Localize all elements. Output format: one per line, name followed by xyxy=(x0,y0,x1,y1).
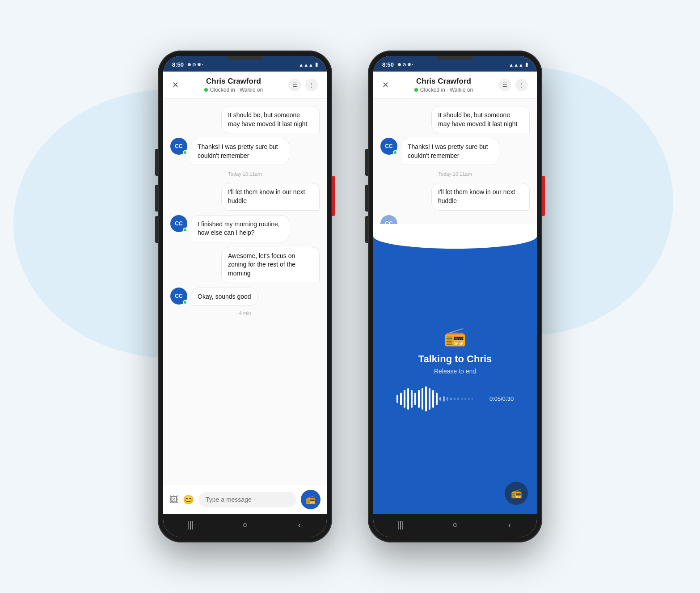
message-received-p2-1: CC Thanks! I was pretty sure but couldn'… xyxy=(380,138,530,165)
bubble-sent-1: It should be, but someone may have moved… xyxy=(221,106,320,133)
nav-recent-1[interactable]: ‹ xyxy=(291,519,308,530)
bubble-sent-3: Awesome, let's focus on zoning for the r… xyxy=(221,247,320,283)
waveform-svg xyxy=(396,385,486,412)
walkie-button-1[interactable]: 📻 xyxy=(301,490,320,509)
close-button-2[interactable]: ✕ xyxy=(382,80,389,90)
chat-header-1: ✕ Chris Crawford Clocked in · Walkie on … xyxy=(163,72,327,99)
walkie-talking-title: Talking to Chris xyxy=(418,353,492,365)
bubble-sent-2: I'll let them know in our next huddle xyxy=(221,183,320,210)
status-icons-right-2: ▲▲▲ ▮ xyxy=(509,62,528,68)
svg-rect-11 xyxy=(436,393,438,405)
svg-rect-1 xyxy=(400,393,402,405)
svg-rect-5 xyxy=(414,393,416,405)
phone-1-screen: 8:50 ⊕ ⊙ ❄ · ▲▲▲ ▮ ✕ Chris Crawford Cloc… xyxy=(163,56,327,537)
message-input-1[interactable] xyxy=(198,492,296,507)
bubble-sent-p2-1: It should be, but someone may have moved… xyxy=(431,106,530,133)
nav-recent-2[interactable]: ‹ xyxy=(501,519,519,530)
svg-rect-18 xyxy=(461,398,463,400)
status-left-2: 8:50 ⊕ ⊙ ❄ · xyxy=(382,61,413,68)
walkie-btn-icon-1: 📻 xyxy=(306,495,316,504)
header-info-2: Chris Crawford Clocked in · Walkie on xyxy=(394,77,493,93)
header-icons-1: ☰ ⋮ xyxy=(288,79,318,91)
online-dot-1 xyxy=(183,150,187,155)
message-sent-p2-2: I'll let them know in our next huddle xyxy=(380,183,530,210)
status-icons-right-1: ▲▲▲ ▮ xyxy=(299,62,318,68)
svg-rect-2 xyxy=(404,390,405,408)
chat-input-bar-1: 🖼 😊 📻 xyxy=(163,485,327,514)
status-left-1: 8:50 ⊕ ⊙ ❄ · xyxy=(172,61,203,68)
bubble-received-3: Okay, sounds good xyxy=(191,288,258,306)
walkie-fab-icon: 📻 xyxy=(511,488,522,499)
bottom-nav-2: ||| ○ ‹ xyxy=(373,514,537,537)
minute-label-1: 4 min xyxy=(170,310,320,316)
battery-icon-2: ▮ xyxy=(525,62,528,68)
message-received-3: CC Okay, sounds good xyxy=(170,288,320,306)
signal-icon-2: ▲▲▲ xyxy=(509,62,523,68)
online-dot-2 xyxy=(183,228,187,232)
nav-home-1[interactable]: ○ xyxy=(236,519,254,530)
menu-icon-1[interactable]: ☰ xyxy=(288,79,301,91)
photo-icon-1[interactable]: 🖼 xyxy=(169,495,178,505)
contact-name-1: Chris Crawford xyxy=(184,77,283,86)
emoji-icon-1[interactable]: 😊 xyxy=(183,494,194,505)
avatar-1: CC xyxy=(170,138,187,155)
header-icons-2: ☰ ⋮ xyxy=(498,79,528,91)
online-dot-3 xyxy=(183,300,187,305)
menu-icon-2[interactable]: ☰ xyxy=(498,79,511,91)
message-sent-2: I'll let them know in our next huddle xyxy=(170,183,320,210)
phone-2-screen: 8:50 ⊕ ⊙ ❄ · ▲▲▲ ▮ ✕ Chris Crawford Cloc… xyxy=(373,56,537,537)
contact-status-1: Clocked in · Walkie on xyxy=(184,87,283,93)
phone-1: 8:50 ⊕ ⊙ ❄ · ▲▲▲ ▮ ✕ Chris Crawford Cloc… xyxy=(158,51,332,542)
avatar-p2-partial: CC xyxy=(380,215,397,224)
nav-back-1[interactable]: ||| xyxy=(181,519,199,530)
battery-icon-1: ▮ xyxy=(315,62,318,68)
status-icons-left-1: ⊕ ⊙ ❄ · xyxy=(187,62,203,67)
walkie-fab-button[interactable]: 📻 xyxy=(505,482,528,505)
bubble-received-2: I finished my morning routine, how else … xyxy=(191,215,289,242)
svg-rect-20 xyxy=(468,398,470,400)
nav-back-2[interactable]: ||| xyxy=(392,519,409,530)
close-button-1[interactable]: ✕ xyxy=(172,80,179,90)
svg-rect-16 xyxy=(454,398,455,400)
svg-rect-12 xyxy=(439,397,441,401)
svg-rect-7 xyxy=(422,388,423,410)
svg-rect-3 xyxy=(407,388,409,410)
walkie-timer: 0:05/0:30 xyxy=(489,395,514,402)
svg-rect-17 xyxy=(457,398,459,400)
bubble-received-p2-1: Thanks! I was pretty sure but couldn't r… xyxy=(401,138,499,165)
more-icon-2[interactable]: ⋮ xyxy=(515,79,528,91)
svg-rect-8 xyxy=(425,386,427,411)
chat-header-2: ✕ Chris Crawford Clocked in · Walkie on … xyxy=(373,72,537,99)
phones-container: 8:50 ⊕ ⊙ ❄ · ▲▲▲ ▮ ✕ Chris Crawford Cloc… xyxy=(158,51,542,542)
walkie-release-label: Release to end xyxy=(434,368,476,375)
walkie-large-icon: 📻 xyxy=(444,326,466,347)
signal-icon-1: ▲▲▲ xyxy=(299,62,313,68)
svg-rect-0 xyxy=(396,395,398,403)
svg-rect-14 xyxy=(447,397,448,401)
status-time-1: 8:50 xyxy=(172,61,184,68)
svg-rect-4 xyxy=(411,390,413,408)
chat-body-2: It should be, but someone may have moved… xyxy=(373,99,537,224)
message-sent-p2-1: It should be, but someone may have moved… xyxy=(380,106,530,133)
walkie-overlay: 📻 Talking to Chris Release to end xyxy=(373,224,537,514)
phone-1-notch xyxy=(227,56,263,59)
message-received-2: CC I finished my morning routine, how el… xyxy=(170,215,320,242)
more-icon-1[interactable]: ⋮ xyxy=(305,79,318,91)
svg-rect-6 xyxy=(418,390,420,408)
header-info-1: Chris Crawford Clocked in · Walkie on xyxy=(184,77,283,93)
svg-rect-21 xyxy=(472,398,473,400)
avatar-2: CC xyxy=(170,215,187,232)
waveform-row: 0:05/0:30 xyxy=(396,385,514,412)
status-dot-1 xyxy=(204,88,208,92)
message-sent-1: It should be, but someone may have moved… xyxy=(170,106,320,133)
status-dot-2 xyxy=(414,88,418,92)
message-received-p2-partial: CC xyxy=(380,215,530,224)
timestamp-1: Today 10:11am xyxy=(170,171,320,177)
contact-status-2: Clocked in · Walkie on xyxy=(394,87,493,93)
phone-2: 8:50 ⊕ ⊙ ❄ · ▲▲▲ ▮ ✕ Chris Crawford Cloc… xyxy=(368,51,542,542)
message-sent-3: Awesome, let's focus on zoning for the r… xyxy=(170,247,320,283)
chat-body-1: It should be, but someone may have moved… xyxy=(163,99,327,485)
svg-rect-10 xyxy=(432,390,434,408)
phone-2-notch xyxy=(437,56,473,59)
nav-home-2[interactable]: ○ xyxy=(446,519,464,530)
